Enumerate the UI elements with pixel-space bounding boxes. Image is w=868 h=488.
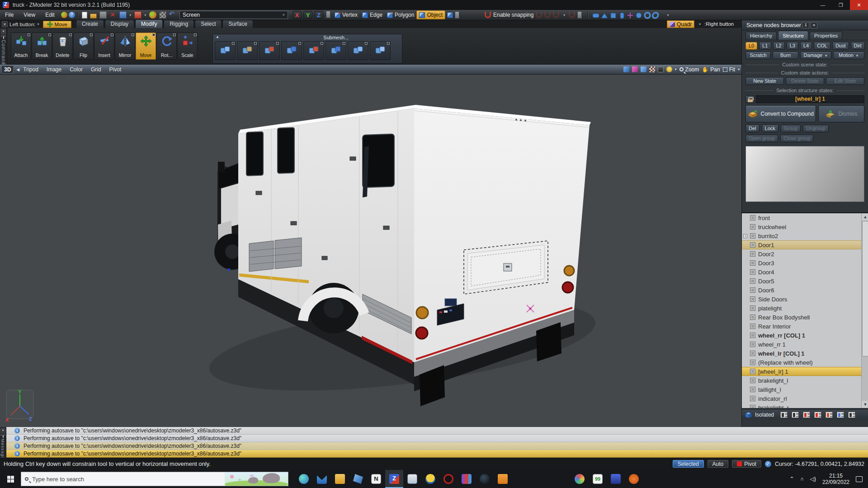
submesh-tool-8-button[interactable] [370, 41, 391, 60]
submesh-tool-2-button[interactable] [237, 41, 258, 60]
snapping-label[interactable]: Enable snapping [493, 12, 533, 18]
list-view-6-icon[interactable] [837, 412, 844, 418]
viewport-3d[interactable]: Y X Z [0, 75, 741, 427]
node-visibility-checkbox[interactable] [750, 333, 755, 338]
scroll-up-icon[interactable]: ▲ [862, 213, 868, 221]
lock-icon[interactable] [745, 95, 755, 103]
mode-object[interactable]: Object [416, 10, 445, 19]
taskbar-icon-files[interactable] [494, 470, 512, 488]
level-l4-button[interactable]: L4 [800, 42, 812, 50]
node-visibility-checkbox[interactable] [750, 396, 755, 401]
undo-icon[interactable] [169, 11, 176, 19]
pan-tool[interactable]: ✋Pan [702, 66, 720, 73]
axis-z-button[interactable]: Z [314, 11, 323, 19]
axis-extra-slot[interactable] [326, 11, 330, 18]
mode-edge[interactable]: Edge [360, 10, 385, 19]
scene-node-door6[interactable]: Door6 [742, 286, 868, 295]
help-icon[interactable]: ? [69, 12, 75, 18]
multiselect-icon[interactable] [447, 12, 453, 18]
node-visibility-checkbox[interactable] [750, 324, 755, 329]
scene-node-door1[interactable]: Door1 [742, 240, 868, 249]
left-button-tool[interactable]: Move [43, 21, 71, 28]
level-l3-button[interactable]: L3 [787, 42, 798, 50]
close-group-button[interactable]: Close group [780, 135, 813, 142]
scene-node--wheel-lr-1[interactable]: [wheel_lr] 1 [742, 367, 868, 376]
expander-icon[interactable]: + [743, 234, 747, 238]
mic-icon[interactable]: ⑃ [801, 476, 804, 482]
node-visibility-checkbox[interactable] [750, 269, 755, 275]
node-visibility-checkbox[interactable] [750, 296, 755, 302]
tool-options-icon[interactable] [28, 33, 30, 36]
scroll-down-icon[interactable]: ▼ [862, 401, 868, 408]
level-l1-button[interactable]: L1 [759, 42, 771, 50]
mode-vertex[interactable]: Vertex [332, 10, 360, 19]
delete-state-button[interactable]: Delete State [786, 77, 824, 85]
tab-surface[interactable]: Surface [222, 20, 253, 28]
tool-delete-button[interactable]: Delete [52, 33, 73, 60]
node-visibility-checkbox[interactable] [750, 351, 755, 356]
taskbar-icon-mail[interactable] [313, 470, 331, 488]
render-icon[interactable] [149, 11, 156, 19]
mode-extra-slot[interactable] [455, 11, 459, 19]
import-icon[interactable] [134, 11, 142, 19]
tab-display[interactable]: Display [105, 20, 134, 28]
tool-rot-button[interactable]: Rot... [156, 33, 177, 60]
convert-to-compound-button[interactable]: Convert to Compound [745, 105, 816, 122]
snapping-magnet-icon[interactable] [485, 12, 491, 18]
scene-node-side-doors[interactable]: Side Doors [742, 295, 868, 304]
menu-file[interactable]: File [0, 12, 19, 18]
ungroup-button[interactable]: Ungroup [803, 125, 828, 132]
submesh-tool-5-button[interactable] [303, 41, 324, 60]
node-visibility-checkbox[interactable] [750, 342, 755, 347]
right-button-tool[interactable]: Quadr [667, 20, 694, 28]
speaker-icon[interactable]: ◁) [810, 476, 816, 482]
open-group-button[interactable]: Open group [745, 135, 778, 142]
new-state-button[interactable]: New State [745, 77, 784, 85]
import-dropdown[interactable]: ▾ [143, 11, 148, 19]
tool-options-icon[interactable] [152, 33, 155, 36]
lock-button[interactable]: Lock [762, 125, 778, 132]
tool-options-icon[interactable] [69, 33, 72, 36]
hotkeys-icon[interactable] [61, 12, 67, 18]
scene-node-door3[interactable]: Door3 [742, 258, 868, 267]
taskbar-icon-counter[interactable]: 99 [589, 470, 607, 488]
level-col-button[interactable]: COL [814, 42, 830, 50]
taskbar-icon-device[interactable] [349, 470, 367, 488]
list-view-2-icon[interactable] [792, 412, 799, 418]
submesh-collapse-icon[interactable]: ▲ [216, 35, 219, 40]
primitives-toolbar[interactable] [592, 11, 665, 19]
new-file-icon[interactable] [82, 12, 87, 19]
messages-close-icon[interactable]: ✕ [0, 428, 5, 433]
taskbar-icon-explorer[interactable] [331, 470, 349, 488]
scene-node-wheel-rr-1[interactable]: wheel_rr 1 [742, 340, 868, 349]
scene-node-front[interactable]: front [742, 213, 868, 222]
snap-vertex-icon[interactable] [536, 12, 542, 18]
scene-node-burrito2[interactable]: +burrito2 [742, 231, 868, 240]
menu-view[interactable]: View [19, 12, 40, 18]
level-dirt-button[interactable]: Dirt [851, 42, 865, 50]
taskbar-icon-zmodeler[interactable]: Z [385, 470, 403, 488]
taskbar-icon-notes[interactable]: N [367, 470, 385, 488]
taskbar-clock[interactable]: 21:15 22/09/2022 [822, 473, 849, 485]
scene-node-brakelight-l[interactable]: brakelight_l [742, 376, 868, 385]
submesh-tool-1-button[interactable] [215, 41, 236, 60]
scene-node-door4[interactable]: Door4 [742, 267, 868, 277]
scene-node-rear-interior[interactable]: Rear Interior [742, 322, 868, 331]
texture-view-icon[interactable] [649, 66, 655, 72]
scroll-thumb[interactable] [862, 221, 868, 357]
tool-move-button[interactable]: Move [136, 33, 156, 60]
tool-flip-button[interactable]: Flip [73, 33, 94, 60]
delete-icon[interactable] [109, 11, 117, 19]
texture-icon[interactable] [159, 11, 166, 19]
state-burn-button[interactable]: Burn [773, 52, 798, 59]
command-pin-icon[interactable] [1, 35, 6, 37]
tool-attach-button[interactable]: Attach [11, 33, 31, 60]
close-toolbar-icon[interactable]: ✕ [2, 21, 8, 27]
draw-face-icon[interactable] [641, 66, 646, 72]
scene-node--replace-with-wheel-[interactable]: (Replace with wheel) [742, 358, 868, 367]
tool-insert-button[interactable]: Insert [94, 33, 114, 60]
open-file-icon[interactable] [90, 14, 97, 19]
viewport-collapse-icon[interactable]: ◀ [16, 67, 19, 72]
viewport-menu-tripod[interactable]: Tripod [23, 66, 38, 73]
scene-node-taillight-l[interactable]: taillight_l [742, 385, 868, 394]
